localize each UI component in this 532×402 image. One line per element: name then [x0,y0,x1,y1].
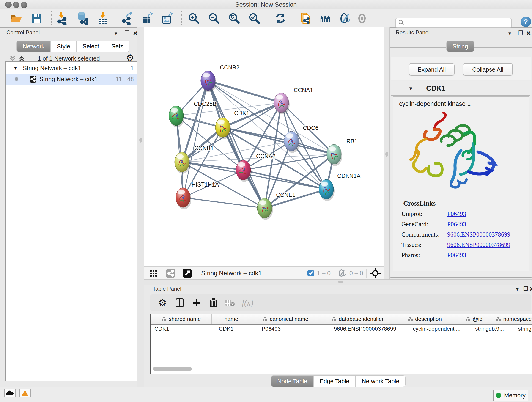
results-panel-close-icon[interactable]: ✕ [526,30,531,36]
import-table-from-file-icon[interactable] [96,12,109,25]
column-type-icon [496,317,501,322]
tab-network-table[interactable]: Network Table [355,375,405,387]
tab-edge-table[interactable]: Edge Table [313,375,355,387]
hide-selected-icon[interactable] [339,12,352,25]
memory-button[interactable]: Memory [493,390,528,401]
zoom-in-icon[interactable] [187,12,200,25]
cloud-button[interactable] [4,389,16,397]
splitter-handle[interactable] [139,138,142,143]
import-network-from-database-icon[interactable] [76,12,89,25]
table-panel-close-icon[interactable]: ✕ [529,286,532,292]
export-table-icon[interactable] [141,12,154,25]
search-field[interactable] [395,18,512,27]
node-table[interactable]: shared namenamecanonical namedatabase id… [150,313,532,375]
cell--id[interactable]: stringdb:9... [472,325,514,333]
network-row-selected[interactable]: String Network – cdk1 11 48 [6,74,137,85]
table-horizontal-scrollbar[interactable] [152,367,192,370]
delete-column-trash-icon[interactable] [209,298,218,308]
network-node-ccne1[interactable] [257,198,273,220]
table-panel-collapse-icon[interactable]: ▼ [515,287,520,292]
network-canvas[interactable]: CCNB2CCNA1CDC25BCDK1CDC6RB1CCNB1CCNA2CDK… [144,27,384,266]
show-columns-icon[interactable] [175,298,185,308]
export-network-icon[interactable] [121,12,134,25]
toolbar-separator [51,11,51,25]
control-panel-collapse-icon[interactable]: ▼ [114,31,118,36]
birdseye-view-icon[interactable] [166,268,176,278]
grid-view-icon[interactable] [149,269,158,278]
cell-shared-name[interactable]: CDK1 [151,325,215,333]
column-header-shared-name[interactable]: shared name [151,314,212,324]
function-builder-icon: f(x) [242,298,253,307]
left-splitter[interactable] [137,27,144,387]
selected-checkbox-icon[interactable] [307,270,314,277]
right-splitter[interactable] [384,27,390,279]
network-label: String Network – cdk1 [39,76,98,83]
clone-network-icon[interactable] [299,12,312,25]
crosslink-pharos-link[interactable]: P06493 [447,252,466,259]
column-header-database-identifier[interactable]: database identifier [320,314,395,324]
zoom-selected-icon[interactable] [248,12,261,25]
open-in-browser-icon[interactable] [182,268,192,278]
tab-sets[interactable]: Sets [105,41,129,52]
network-node-ccnb1[interactable] [175,152,190,174]
cell-description[interactable]: cyclin-dependent ... [409,325,472,333]
tab-node-table[interactable]: Node Table [271,375,313,387]
table-panel-title: Table Panel [152,286,181,292]
network-view-title: String Network – cdk1 [201,270,262,277]
refresh-view-icon[interactable] [274,12,287,25]
import-network-from-file-icon[interactable] [56,12,69,25]
tab-string[interactable]: String [446,41,474,52]
cell-namespace[interactable]: stringdb [514,325,532,333]
cell-canonical-name[interactable]: P06493 [258,325,330,333]
table-panel-float-icon[interactable]: ❐ [523,286,528,292]
network-collection-row[interactable]: ▼ String Network – cdk1 1 [6,63,137,74]
expand-all-button[interactable]: Expand All [409,63,455,76]
column-header-canonical-name[interactable]: canonical name [251,314,320,324]
network-options-gear-icon[interactable]: ⚙ [126,53,134,62]
network-node-ccna2[interactable] [236,160,252,182]
column-header--id[interactable]: @id [454,314,494,324]
column-header-name[interactable]: name [212,314,251,324]
tab-select[interactable]: Select [76,41,105,52]
open-session-icon[interactable] [10,12,22,25]
network-node-ccnb2[interactable] [201,71,216,92]
results-panel-collapse-icon[interactable]: ▼ [507,31,512,36]
horizontal-splitter[interactable] [144,279,532,285]
collapse-all-button[interactable]: Collapse All [463,63,513,76]
protein-structure-image [407,112,503,194]
zoom-out-icon[interactable] [208,12,220,25]
warnings-button[interactable] [19,389,31,397]
cell-database-identifier[interactable]: 9606.ENSP00000378699 [330,325,409,333]
export-image-icon[interactable] [161,12,174,25]
network-view-toolbar: String Network – cdk1 1 – 0 0 – 0 [144,266,384,280]
zoom-fit-content-icon[interactable] [228,12,241,25]
crosslink-compartments-link[interactable]: 9606.ENSP00000378699 [447,231,510,238]
splitter-handle[interactable] [338,281,343,283]
create-column-icon[interactable] [192,298,201,307]
crosshair-icon[interactable] [370,268,380,279]
disclosure-triangle-icon[interactable]: ▼ [13,65,18,71]
crosslink-uniprot-link[interactable]: P06493 [447,211,466,217]
network-node-hist1h1a[interactable] [176,188,191,209]
network-node-cdkn1a[interactable] [319,179,335,201]
tab-style[interactable]: Style [51,41,76,52]
cell-name[interactable]: CDK1 [215,325,258,333]
node-label-ccna2: CCNA2 [256,153,276,159]
table-options-gear-icon[interactable]: ⚙ [158,298,167,307]
show-all-icon[interactable] [355,12,368,25]
crosslink-tissues-link[interactable]: 9606.ENSP00000378699 [447,241,510,249]
network-node-rb1[interactable] [327,144,342,166]
control-panel-float-icon[interactable]: ❐ [125,30,130,36]
help-icon[interactable]: ? [520,17,531,27]
first-neighbors-icon[interactable] [320,12,333,25]
results-panel-float-icon[interactable]: ❐ [518,30,523,36]
tab-network[interactable]: Network [17,41,51,52]
table-row[interactable]: CDK1CDK1P064939606.ENSP00000378699cyclin… [151,325,532,333]
column-header-description[interactable]: description [395,314,454,324]
search-input[interactable] [407,19,511,26]
gene-disclosure-triangle-icon[interactable]: ▼ [408,86,413,92]
splitter-handle[interactable] [385,152,388,157]
column-header-namespace[interactable]: namespace [494,314,532,324]
crosslink-genecard-link[interactable]: P06493 [447,221,466,228]
save-session-icon[interactable] [30,12,43,25]
